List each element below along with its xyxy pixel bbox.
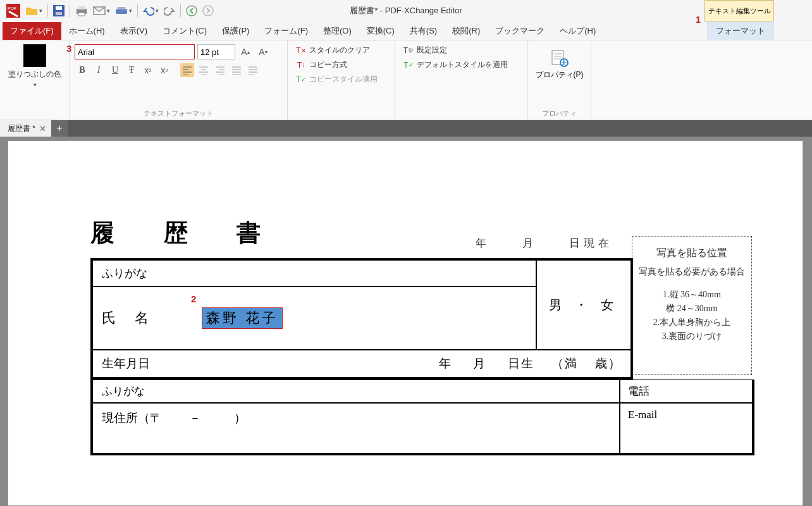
svg-rect-4 [56, 12, 62, 15]
add-tab-button[interactable]: + [51, 120, 68, 137]
addr-furigana-cell: ふりがな [92, 379, 620, 403]
default-style-group: T⚙既定設定 T✓デフォルトスタイルを適用 [395, 40, 528, 120]
scan-icon[interactable]: ▾ [114, 5, 133, 16]
address-table: ふりがな 電話 現住所（〒 － ） E-mail [90, 379, 754, 455]
annotation-marker-1: 1 [696, 14, 701, 25]
page[interactable]: 履 歴 書 年 月 日現在 ふりがな 男 ・ 女 氏名 2 森野 花子 [8, 140, 803, 506]
properties-icon[interactable] [550, 48, 570, 68]
menu-format[interactable]: フォーマット [707, 22, 774, 40]
text-format-group: 3 A▴ A▾ B I U T x2 x2 テキストフォーマット [70, 40, 288, 120]
svg-rect-3 [56, 6, 62, 10]
menu-share[interactable]: 共有(S) [402, 22, 445, 40]
email-cell: E-mail [620, 403, 753, 454]
superscript-icon[interactable]: x2 [157, 63, 171, 77]
font-name-select[interactable] [75, 44, 195, 59]
close-tab-icon[interactable]: ✕ [39, 124, 46, 133]
svg-point-11 [187, 6, 197, 16]
text-format-label: テキストフォーマット [75, 106, 282, 118]
svg-text:PDF: PDF [8, 6, 16, 11]
grow-font-icon[interactable]: A▴ [238, 45, 252, 59]
copy-method-btn[interactable]: T↓コピー方式 [293, 58, 390, 72]
redo-icon[interactable] [163, 4, 176, 17]
menu-convert[interactable]: 変換(C) [359, 22, 402, 40]
quick-access-toolbar: PDF ▾ ▾ ▾ ▾ 履歴書* - PDF-XChange Editor テキ… [0, 0, 812, 22]
align-right-icon[interactable] [213, 63, 227, 77]
bold-icon[interactable]: B [75, 63, 89, 77]
document-area: 履 歴 書 年 月 日現在 ふりがな 男 ・ 女 氏名 2 森野 花子 [0, 137, 812, 506]
open-icon[interactable]: ▾ [24, 4, 44, 18]
window-title: 履歴書* - PDF-XChange Editor [350, 5, 462, 16]
name-cell: 氏名 2 森野 花子 [92, 287, 536, 350]
text-edit-tool-tab[interactable]: テキスト編集ツール [704, 0, 774, 22]
properties-btn-label[interactable]: プロパティ(P) [536, 70, 584, 80]
mail-icon[interactable]: ▾ [92, 4, 111, 17]
date-row: 年 月 日現在 [476, 236, 613, 250]
justify-icon[interactable] [230, 63, 243, 77]
birth-cell: 生年月日 年 月 日生 （満 歳） [92, 350, 631, 378]
style-clear-group: T⨯スタイルのクリア T↓コピー方式 T✓コピースタイル適用 [288, 40, 395, 120]
selected-text[interactable]: 森野 花子 [202, 307, 283, 329]
nav-next-icon[interactable] [201, 4, 215, 18]
svg-rect-9 [116, 9, 127, 14]
fill-color-swatch[interactable] [23, 44, 46, 67]
print-icon[interactable] [74, 4, 89, 18]
phone-cell: 電話 [620, 379, 753, 403]
svg-rect-6 [78, 6, 85, 9]
annotation-marker-2: 2 [191, 293, 196, 304]
menu-home[interactable]: ホーム(H) [61, 22, 113, 40]
photo-box: 写真を貼る位置 写真を貼る必要がある場合 1.縦 36～40mm 横 24～30… [632, 236, 752, 375]
align-center-icon[interactable] [197, 63, 211, 77]
italic-icon[interactable]: I [92, 63, 106, 77]
menu-form[interactable]: フォーム(F) [257, 22, 316, 40]
ribbon: 塗りつぶしの色▾ 3 A▴ A▾ B I U T x2 x2 テキストフォーマッ… [0, 40, 812, 120]
strike-icon[interactable]: T [125, 63, 138, 77]
subscript-icon[interactable]: x2 [141, 63, 155, 77]
save-icon[interactable] [52, 4, 66, 18]
shrink-font-icon[interactable]: A▾ [256, 45, 270, 59]
clear-style-btn[interactable]: T⨯スタイルのクリア [293, 43, 390, 58]
nav-prev-icon[interactable] [185, 4, 199, 18]
justify-full-icon[interactable] [246, 63, 260, 77]
font-size-select[interactable] [197, 44, 235, 59]
menu-bookmark[interactable]: ブックマーク [488, 22, 552, 40]
menu-review[interactable]: 校閲(R) [445, 22, 488, 40]
properties-label: プロパティ [542, 106, 577, 118]
menu-help[interactable]: ヘルプ(H) [552, 22, 603, 40]
svg-rect-7 [78, 13, 85, 16]
annotation-marker-3: 3 [66, 43, 71, 54]
menu-comment[interactable]: コメント(C) [155, 22, 214, 40]
fill-color-group: 塗りつぶしの色▾ [0, 40, 70, 120]
text-edit-tool-label: テキスト編集ツール [708, 7, 771, 15]
default-style-apply-btn[interactable]: T✓デフォルトスタイルを適用 [400, 58, 522, 72]
menu-file[interactable]: ファイル(F) [3, 22, 61, 40]
default-settings-btn[interactable]: T⚙既定設定 [400, 43, 522, 58]
furigana-cell: ふりがな [92, 260, 536, 287]
align-left-icon[interactable] [180, 63, 194, 77]
app-icon[interactable]: PDF [5, 3, 22, 19]
copy-style-apply-btn[interactable]: T✓コピースタイル適用 [293, 72, 390, 87]
gender-cell: 男 ・ 女 [536, 260, 631, 350]
fill-color-label: 塗りつぶしの色▾ [8, 70, 61, 89]
document-tab[interactable]: 履歴書 * ✕ [0, 120, 51, 137]
underline-icon[interactable]: U [108, 63, 122, 77]
menu-protect[interactable]: 保護(P) [214, 22, 257, 40]
menu-organize[interactable]: 整理(O) [316, 22, 359, 40]
document-tab-bar: 履歴書 * ✕ + [0, 120, 812, 137]
addr-cell: 現住所（〒 － ） [92, 403, 620, 454]
menu-view[interactable]: 表示(V) [113, 22, 155, 40]
svg-point-12 [203, 6, 213, 16]
undo-icon[interactable]: ▾ [142, 4, 160, 17]
document-tab-label: 履歴書 * [8, 123, 35, 134]
svg-rect-10 [118, 7, 125, 9]
properties-group: プロパティ(P) プロパティ [528, 40, 591, 120]
menu-bar: ファイル(F) ホーム(H) 表示(V) コメント(C) 保護(P) フォーム(… [0, 22, 812, 40]
resume-table: ふりがな 男 ・ 女 氏名 2 森野 花子 生年月日 年 月 [90, 258, 633, 379]
